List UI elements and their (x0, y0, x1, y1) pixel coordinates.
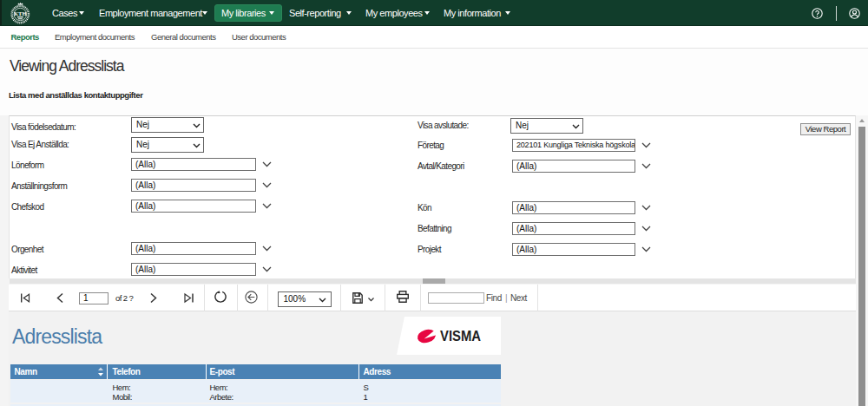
svg-text:VISMA: VISMA (440, 328, 481, 344)
svg-text:KTH: KTH (14, 10, 26, 16)
